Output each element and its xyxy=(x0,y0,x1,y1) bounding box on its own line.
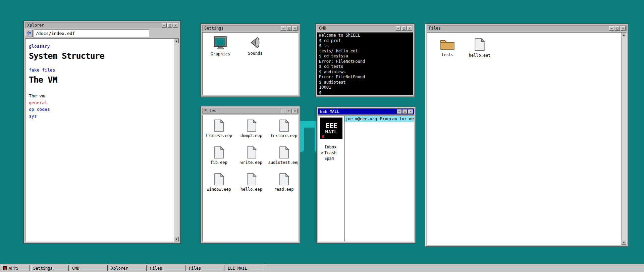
monitor-icon xyxy=(213,36,228,50)
vertical-scrollbar[interactable]: ▲ ▼ xyxy=(174,39,179,241)
file-label: hello.eep xyxy=(240,187,262,192)
file-item-hello[interactable]: hello.eep xyxy=(235,173,268,200)
taskbar-button-label: Settings xyxy=(33,266,53,271)
scroll-down-icon[interactable]: ▼ xyxy=(622,240,626,245)
file-icon xyxy=(279,119,289,132)
file-label: dump2.eep xyxy=(240,133,262,138)
titlebar[interactable]: Files – □ × xyxy=(202,108,299,114)
apps-menu-button[interactable]: APPS xyxy=(1,265,30,271)
close-button[interactable]: × xyxy=(407,26,412,31)
xplorer-window: Xplorer – □ × glossary System Structure … xyxy=(23,20,181,243)
file-label: tests xyxy=(441,52,453,57)
selection-marker-slot xyxy=(321,156,324,162)
folder-icon xyxy=(440,38,455,51)
folder-item-tests[interactable]: tests xyxy=(433,38,462,57)
doc-link-fake-files[interactable]: fake files xyxy=(29,67,170,73)
doc-link-glossary[interactable]: glossary xyxy=(29,44,170,49)
taskbar-button-files-2[interactable]: Files xyxy=(187,265,224,271)
taskbar-button-label: APPS xyxy=(9,266,18,271)
maximize-button[interactable]: □ xyxy=(615,26,620,31)
file-item-window[interactable]: window.eep xyxy=(203,173,235,200)
scroll-up-icon[interactable]: ▲ xyxy=(174,39,179,43)
folder-trash[interactable]: > Trash xyxy=(321,150,344,156)
file-item-hello-eet[interactable]: hello.eet xyxy=(465,38,494,58)
close-button[interactable]: × xyxy=(621,26,626,31)
message-subject: Program for me xyxy=(380,116,414,122)
back-button[interactable] xyxy=(25,30,33,37)
taskbar-button-xplorer[interactable]: Xplorer xyxy=(109,265,147,271)
terminal-output[interactable]: Welcome to ShEEEL $ cd prof $ ls tests/ … xyxy=(317,32,413,95)
eee-mail-window: EEE MAIL – □ × EEE MAIL Inbox > Trash xyxy=(316,107,416,243)
titlebar[interactable]: Settings – □ × xyxy=(202,25,299,31)
file-label: audiotest.eep xyxy=(268,160,299,165)
taskbar-button-eee-mail[interactable]: EEE MAIL xyxy=(226,265,263,271)
taskbar-button-label: Files xyxy=(189,266,201,271)
file-item-libtest[interactable]: libtest.eep xyxy=(203,119,235,146)
minimize-button[interactable]: – xyxy=(162,23,167,28)
document-area: glossary System Structure fake files The… xyxy=(25,39,174,241)
minimize-button[interactable]: – xyxy=(397,109,402,114)
folder-spam[interactable]: Spam xyxy=(321,156,344,162)
close-button[interactable]: × xyxy=(292,109,298,113)
terminal-line: $ audiotest xyxy=(319,80,411,85)
scroll-up-icon[interactable]: ▲ xyxy=(622,33,626,37)
file-label: libtest.eep xyxy=(206,133,232,138)
scroll-down-icon[interactable]: ▼ xyxy=(174,237,179,241)
vertical-scrollbar[interactable]: ▲ ▼ xyxy=(621,33,626,245)
doc-link-general[interactable]: general xyxy=(29,100,170,105)
file-item-texture[interactable]: texture.eep xyxy=(268,119,299,146)
settings-item-sounds[interactable]: Sounds xyxy=(242,36,268,56)
titlebar[interactable]: EEE MAIL – □ × xyxy=(318,108,414,115)
file-item-fib[interactable]: fib.eep xyxy=(203,146,235,173)
close-button[interactable]: × xyxy=(292,26,298,31)
titlebar[interactable]: Files – □ × xyxy=(427,25,627,31)
files-window-large: Files – □ × tests hello.eet ▲ ▼ xyxy=(425,24,628,247)
minimize-button[interactable]: – xyxy=(281,109,286,113)
taskbar-button-cmd[interactable]: CMD xyxy=(70,265,108,271)
close-button[interactable]: × xyxy=(408,109,413,114)
maximize-button[interactable]: □ xyxy=(402,109,408,114)
folder-label: Spam xyxy=(324,156,334,162)
terminal-line: Error: FileNotFound xyxy=(319,59,411,64)
mail-folder-list: Inbox > Trash Spam xyxy=(318,144,344,162)
file-item-read[interactable]: read.eep xyxy=(268,173,299,200)
file-label: read.eep xyxy=(274,187,294,192)
terminal-line: $ ls xyxy=(319,43,411,49)
maximize-button[interactable]: □ xyxy=(287,26,292,31)
file-item-audiotest[interactable]: audiotest.eep xyxy=(268,146,299,173)
file-icon xyxy=(279,173,289,186)
file-icon xyxy=(247,173,257,186)
window-controls: – □ × xyxy=(162,23,178,28)
titlebar[interactable]: CMD – □ × xyxy=(317,25,413,31)
minimize-button[interactable]: – xyxy=(609,26,614,31)
file-item-write[interactable]: write.eep xyxy=(235,146,268,173)
maximize-button[interactable]: □ xyxy=(167,23,172,28)
selection-marker: > xyxy=(321,150,324,156)
file-label: window.eep xyxy=(207,187,231,192)
window-controls: – □ × xyxy=(281,109,298,113)
doc-link-sys[interactable]: sys xyxy=(29,114,170,119)
terminal-line: Welcome to ShEEEL xyxy=(319,33,411,38)
terminal-line: tests/ hello.eet xyxy=(319,49,411,54)
doc-link-op-codes[interactable]: op codes xyxy=(29,107,170,112)
taskbar-button-settings[interactable]: Settings xyxy=(31,265,69,271)
folder-inbox[interactable]: Inbox xyxy=(321,144,344,150)
terminal-line: Error: FileNotFound xyxy=(319,75,411,80)
file-item-dump2[interactable]: dump2.eep xyxy=(235,119,268,146)
message-sender: joe_m@eee.org xyxy=(345,116,377,122)
minimize-button[interactable]: – xyxy=(396,26,401,31)
close-button[interactable]: × xyxy=(173,23,178,28)
mail-message-row[interactable]: joe_m@eee.org Program for me xyxy=(344,116,414,122)
file-label: hello.eet xyxy=(469,53,490,58)
maximize-button[interactable]: □ xyxy=(401,26,407,31)
taskbar-button-files-1[interactable]: Files xyxy=(148,265,185,271)
titlebar[interactable]: Xplorer – □ × xyxy=(25,22,179,28)
mail-sidebar: EEE MAIL Inbox > Trash Spam xyxy=(318,116,344,241)
address-input[interactable] xyxy=(34,30,149,37)
maximize-button[interactable]: □ xyxy=(287,109,292,113)
minimize-button[interactable]: – xyxy=(281,26,286,31)
doc-heading-the-vm: The VM xyxy=(29,75,170,85)
settings-item-graphics[interactable]: Graphics xyxy=(207,36,233,56)
file-icon xyxy=(214,173,224,186)
doc-text-the-vm: The vm xyxy=(29,93,170,98)
